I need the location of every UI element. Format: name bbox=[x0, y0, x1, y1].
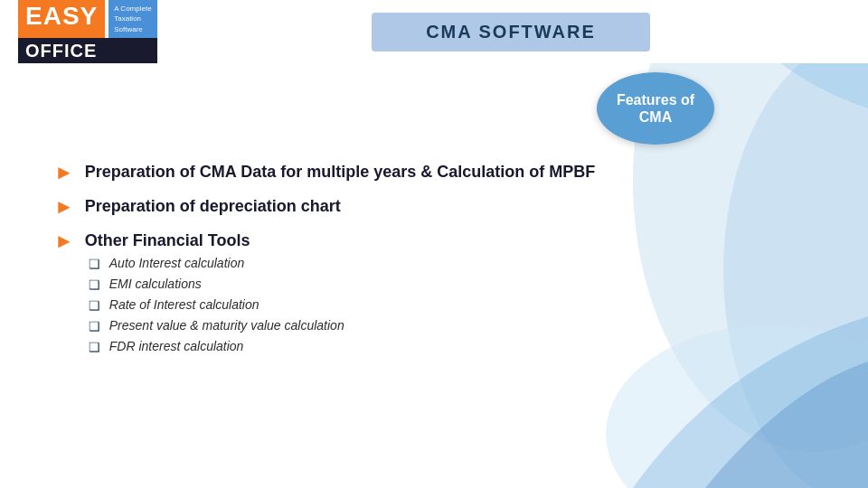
bullet-arrow-icon: ► bbox=[54, 161, 74, 184]
sub-bullet-icon: ❑ bbox=[89, 340, 100, 354]
bullet-list: ► Preparation of CMA Data for multiple y… bbox=[54, 163, 823, 360]
sub-item-text: Present value & maturity value calculati… bbox=[109, 318, 344, 333]
logo-office-text: OFFICE bbox=[18, 38, 157, 63]
title-bar: CMA SOFTWARE bbox=[172, 13, 850, 52]
bullet-text: Other Financial Tools bbox=[85, 231, 250, 249]
sub-list: ❑Auto Interest calculation❑EMI calculati… bbox=[89, 256, 344, 354]
list-item: ► Preparation of CMA Data for multiple y… bbox=[54, 163, 823, 184]
sub-bullet-icon: ❑ bbox=[89, 257, 100, 271]
main-content: Features of CMA ► Preparation of CMA Dat… bbox=[0, 63, 868, 381]
bullet-text: Preparation of CMA Data for multiple yea… bbox=[85, 163, 595, 181]
list-item: ❑Rate of Interest calculation bbox=[89, 297, 344, 313]
list-item: ❑Auto Interest calculation bbox=[89, 256, 344, 271]
list-item: ❑EMI calculations bbox=[89, 277, 344, 292]
sub-bullet-icon: ❑ bbox=[89, 298, 100, 313]
sub-item-text: EMI calculations bbox=[109, 277, 202, 291]
bullet-text: Preparation of depreciation chart bbox=[85, 197, 341, 215]
sub-item-text: Rate of Interest calculation bbox=[109, 297, 259, 312]
bullet-arrow-icon: ► bbox=[54, 230, 74, 253]
features-oval-line1: Features of bbox=[617, 91, 694, 108]
header: EASY A Complete Taxation Software OFFICE… bbox=[0, 0, 868, 63]
list-item: ► Preparation of depreciation chart bbox=[54, 197, 823, 219]
logo-easy-text: EASY bbox=[18, 0, 105, 38]
sub-bullet-icon: ❑ bbox=[89, 277, 100, 292]
features-oval-line2: CMA bbox=[617, 108, 694, 126]
logo-tagline: A Complete Taxation Software bbox=[108, 0, 156, 38]
bullet-arrow-icon: ► bbox=[54, 195, 74, 219]
list-item: ❑FDR interest calculation bbox=[89, 339, 344, 354]
list-item: ► Other Financial Tools ❑Auto Interest c… bbox=[54, 231, 823, 360]
sub-item-text: FDR interest calculation bbox=[109, 339, 244, 353]
features-oval: Features of CMA bbox=[597, 72, 714, 145]
logo: EASY A Complete Taxation Software OFFICE bbox=[18, 0, 172, 63]
sub-bullet-icon: ❑ bbox=[89, 319, 100, 333]
sub-item-text: Auto Interest calculation bbox=[109, 256, 244, 270]
page-title: CMA SOFTWARE bbox=[372, 13, 650, 52]
list-item: ❑Present value & maturity value calculat… bbox=[89, 318, 344, 333]
features-oval-container: Features of CMA bbox=[54, 72, 823, 145]
